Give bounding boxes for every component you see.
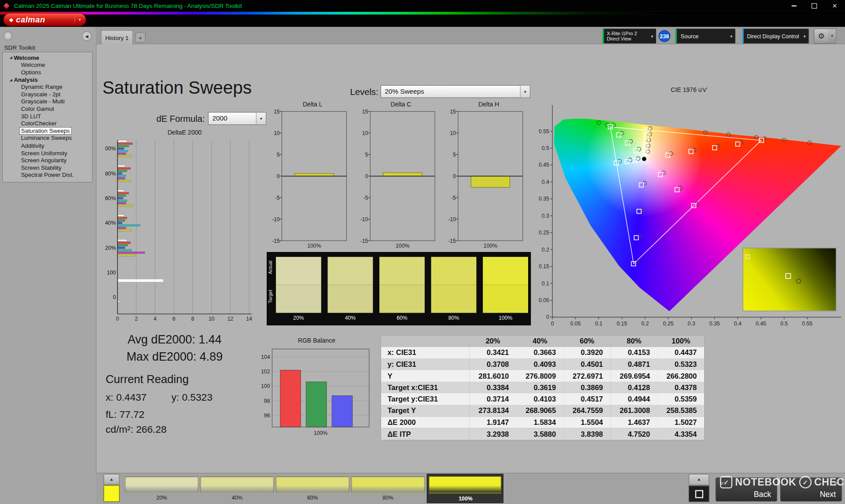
level-patch-20[interactable]: 20% [125, 475, 198, 501]
pattern-popup-button[interactable]: ▲ [103, 474, 120, 485]
svg-text:10: 10 [274, 130, 280, 136]
table-cell: 0.4378 [658, 382, 705, 393]
svg-text:14: 14 [246, 316, 252, 322]
delta-l-plot: 151050-5-10-15100% [267, 109, 358, 250]
svg-text:0: 0 [116, 316, 119, 322]
sidebar-item-welcome[interactable]: Welcome [3, 61, 92, 69]
close-button[interactable]: ✕ [824, 0, 845, 12]
add-tab-button[interactable]: + [135, 32, 145, 42]
svg-text:-15: -15 [360, 238, 368, 244]
table-cell: 269.6954 [610, 370, 658, 381]
svg-text:80%: 80% [105, 171, 116, 177]
pattern-window-icon [695, 490, 703, 498]
maximize-button[interactable] [804, 0, 825, 12]
svg-text:0.2: 0.2 [542, 247, 549, 253]
tab-history-1[interactable]: History 1 [101, 30, 133, 45]
delta-l-chart: Delta L 151050-5-10-15100% [267, 101, 358, 252]
svg-text:-10: -10 [360, 216, 368, 223]
sidebar-item-screen-angularity[interactable]: Screen Angularity [3, 156, 92, 164]
swatch-column-label: 80% [431, 315, 477, 321]
sidebar-item-additivity[interactable]: Additivity [3, 142, 92, 149]
sidebar-item-3d-lut[interactable]: 3D LUT [3, 113, 92, 120]
svg-text:0.45: 0.45 [539, 162, 549, 168]
level-patch-color [351, 477, 425, 493]
svg-text:10: 10 [362, 130, 368, 136]
table-row-label: ΔE 2000 [381, 416, 469, 428]
level-patch-80[interactable]: 80% [351, 475, 425, 501]
svg-text:5: 5 [453, 152, 456, 158]
actual-swatch [483, 257, 528, 285]
svg-text:0: 0 [453, 173, 456, 179]
expand-icon[interactable]: ◢ [10, 77, 12, 81]
sidebar-item-spectral-power-dist[interactable]: Spectral Power Dist. [3, 171, 92, 179]
svg-text:0.55: 0.55 [802, 321, 812, 327]
sidebar-item-screen-stability[interactable]: Screen Stability [3, 164, 92, 171]
target-swatch [276, 285, 321, 313]
sidebar-item-screen-uniformity[interactable]: Screen Uniformity [3, 149, 92, 157]
sidebar-item-grayscale-multi[interactable]: Grayscale - Multi [3, 98, 92, 105]
collapse-sidebar-button[interactable]: ◀ [82, 31, 92, 41]
sidebar-item-saturation-sweeps[interactable]: Saturation Sweeps [3, 127, 92, 135]
settings-button[interactable]: ⚙ [814, 29, 829, 44]
sidebar-item-analysis[interactable]: ◢Analysis [3, 76, 92, 83]
sidebar-item-dynamic-range[interactable]: Dynamic Range [3, 83, 92, 91]
svg-text:5: 5 [277, 152, 280, 158]
swatch-column-label: 40% [327, 315, 373, 321]
next-button[interactable]: » Next [780, 478, 842, 501]
svg-text:100%: 100% [105, 146, 116, 152]
delta-c-chart: Delta C 151050-5-10-15100% [355, 101, 447, 252]
sidebar-item-color-gamut[interactable]: Color Gamut [3, 105, 92, 113]
back-button[interactable]: « Back [716, 478, 777, 501]
pattern-window-button[interactable] [689, 486, 709, 502]
levels-dropdown[interactable]: 20% Sweeps ▾ [380, 85, 530, 98]
swatch-column-80: 80% [431, 257, 477, 313]
source-label: Source [681, 33, 699, 40]
test-pattern-bar: ▲ 20%40%60%80%100% ▲ « Back » Next [96, 473, 845, 504]
table-cell: 0.3708 [470, 358, 517, 370]
sidebar-item-label: Luminance Sweeps [21, 135, 72, 142]
back-button-label: Back [754, 490, 771, 499]
sidebar-item-luminance-sweeps[interactable]: Luminance Sweeps [3, 135, 92, 142]
level-patch-60[interactable]: 60% [276, 475, 349, 501]
table-cell: 0.3384 [470, 382, 517, 393]
measurement-table: 20%40%60%80%100% x: CIE310.34210.36630.3… [380, 335, 705, 441]
meter-selector[interactable]: X-Rite i1Pro 2 Direct View ▾ [603, 29, 656, 44]
sidebar-item-grayscale-2pt[interactable]: Grayscale - 2pt [3, 91, 92, 98]
display-control-selector[interactable]: Direct Display Control ▾ [742, 29, 809, 44]
sidebar-item-colorchecker[interactable]: ColorChecker [3, 120, 92, 127]
table-cell: 0.3663 [516, 347, 563, 358]
sidebar-item-options[interactable]: Options [3, 69, 92, 76]
current-reading-heading: Current Reading [106, 373, 189, 385]
level-patch-40[interactable]: 40% [201, 475, 274, 501]
calman-menu-button[interactable]: ◆ calman ▾ [4, 14, 86, 26]
level-patch-label: 80% [351, 495, 425, 500]
pin-button[interactable] [3, 31, 12, 40]
level-patch-100[interactable]: 100% [427, 474, 503, 503]
expand-icon[interactable]: ◢ [10, 55, 12, 59]
meter-reading-badge: 236 [658, 30, 670, 42]
table-row: ΔE 20001.91471.58341.55041.46371.5027 [381, 416, 705, 428]
svg-text:0.1: 0.1 [595, 321, 603, 327]
svg-text:-5: -5 [451, 195, 456, 201]
cie-plot-overlay: 00.050.10.150.20.250.30.350.40.450.50.55… [536, 84, 841, 329]
table-cell: 272.6971 [563, 370, 610, 381]
svg-text:0: 0 [546, 314, 549, 321]
source-selector[interactable]: Source ▾ [675, 29, 735, 44]
table-row: x: CIE310.34210.36630.39200.41530.4437 [381, 347, 705, 358]
table-cell: 3.5880 [516, 428, 563, 440]
current-pattern-swatch [103, 485, 120, 502]
target-swatch [431, 285, 477, 313]
settings-menu-button[interactable]: ▾ [828, 29, 836, 44]
svg-text:0: 0 [113, 294, 116, 300]
sidebar-title: SDR Toolkit [4, 44, 35, 51]
sidebar-item-welcome[interactable]: ◢Welcome [3, 54, 92, 61]
svg-text:0.2: 0.2 [641, 321, 649, 327]
minimize-button[interactable] [783, 0, 804, 12]
pattern-window-popup-button[interactable]: ▲ [689, 474, 709, 486]
calman-logo-text: calman [16, 15, 45, 24]
de-formula-dropdown[interactable]: 2000 ▾ [208, 112, 266, 125]
table-cell: 0.4093 [516, 358, 563, 370]
svg-text:0.4: 0.4 [734, 321, 742, 327]
sidebar-item-label: Additivity [21, 142, 44, 149]
window-controls: ✕ [783, 0, 845, 12]
